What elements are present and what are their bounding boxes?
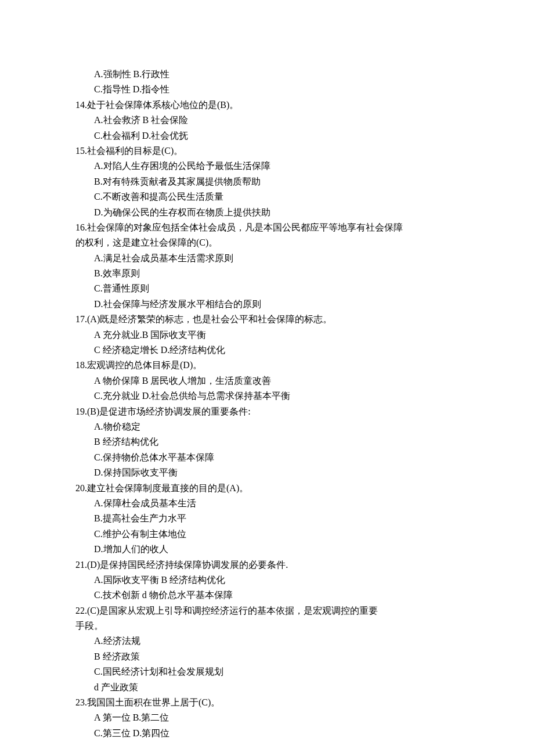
question-21: 21.(D)是保持国民经济持续保障协调发展的必要条件. [75,557,459,573]
option-text: A.强制性 B.行政性 [75,67,459,82]
question-23: 23.我国国土面积在世界上居于(C)。 [75,695,459,710]
question-15: 15.社会福利的目标是(C)。 [75,143,459,159]
question-20: 20.建立社会保障制度最直接的目的是(A)。 [75,481,459,496]
question-16: 16.社会保障的对象应包括全体社会成员，凡是本国公民都应平等地享有社会保障 [75,220,459,235]
option-text: A 物价保障 B 居民收人增加，生活质童改善 [75,373,459,388]
option-text: D.社会保障与经济发展水平相结合的原则 [75,297,459,312]
option-text: C.保持物价总体水平基本保障 [75,450,459,465]
option-text: A 第一位 B.第二位 [75,710,459,725]
option-text: B 经济结构优化 [75,434,459,449]
option-text: D.为确保公民的生存权而在物质上提供扶助 [75,205,459,220]
question-continuation: 手段。 [75,618,459,633]
option-text: C.国民经济计划和社会发展规划 [75,664,459,679]
option-text: B.提高社会生产力水平 [75,511,459,526]
option-text: A.物价稳定 [75,419,459,434]
option-text: A.社会救济 B 社会保险 [75,113,459,128]
option-text: B 经济政策 [75,649,459,664]
option-text: B.效率原则 [75,266,459,281]
document-content: A.强制性 B.行政性 C.指导性 D.指令性 14.处于社会保障体系核心地位的… [75,67,459,741]
option-text: B.对有特殊贡献者及其家属提供物质帮助 [75,174,459,189]
option-text: A 充分就业.B 国际收支平衡 [75,327,459,343]
option-text: C 经济稳定增长 D.经济结构优化 [75,343,459,358]
option-text: A.对陷人生存困境的公民给予最低生活保障 [75,159,459,174]
option-text: C.不断改善和提高公民生活质量 [75,189,459,204]
option-text: C.充分就业 D.社会总供给与总需求保持基本平衡 [75,388,459,404]
option-text: D.保持国际收支平衡 [75,465,459,480]
question-19: 19.(B)是促进市场经济协调发展的重要条件: [75,404,459,419]
option-text: D.增加人们的收人 [75,542,459,557]
option-text: A.国际收支平衡 B 经济结构优化 [75,573,459,588]
option-text: C.普通性原则 [75,281,459,296]
option-text: A.保障杜会成员基本生活 [75,496,459,511]
option-text: C.杜会福利 D.社会优抚 [75,128,459,143]
question-22: 22.(C)是国家从宏观上引导和调控经济运行的基本依据，是宏观调控的重要 [75,603,459,618]
option-text: d 产业政策 [75,680,459,695]
option-text: A.经济法规 [75,633,459,649]
question-18: 18.宏观调控的总体目标是(D)。 [75,358,459,373]
question-continuation: 的权利，这是建立社会保障的(C)。 [75,235,459,250]
question-17: 17.(A)既是经济繁荣的标志，也是社会公平和社会保障的标志。 [75,312,459,327]
question-14: 14.处于社会保障体系核心地位的是(B)。 [75,98,459,113]
option-text: C.维护公有制主体地位 [75,527,459,542]
option-text: C.技术创新 d 物价总水平基本保障 [75,588,459,603]
option-text: A.满足社会成员基本生活需求原则 [75,251,459,266]
option-text: C.指导性 D.指令性 [75,82,459,97]
option-text: C.第三位 D.第四位 [75,726,459,741]
